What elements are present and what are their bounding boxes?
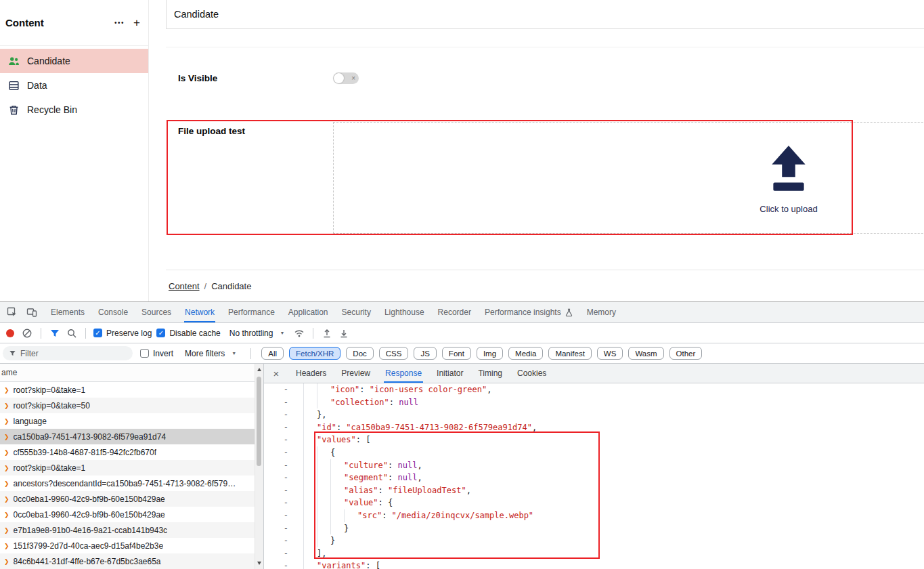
more-options-icon[interactable]: ••• [114,19,125,26]
scrollbar-thumb[interactable] [257,377,261,466]
file-upload-dropzone[interactable]: Click to upload [333,122,924,234]
request-row[interactable]: ❯language [0,413,255,429]
indent-guide [317,396,330,409]
line-marker: - [264,522,295,535]
detail-tab-timing[interactable]: Timing [470,364,510,383]
line-marker: - [264,396,295,409]
detail-tab-response[interactable]: Response [378,364,429,383]
devtools-tab-console[interactable]: Console [91,302,135,322]
scrollbar[interactable] [255,364,263,569]
device-toolbar-icon[interactable] [23,304,41,320]
filter-input[interactable]: Filter [3,346,133,360]
indent-guide [317,497,330,509]
devtools-tab-lighthouse[interactable]: Lighthouse [378,302,431,322]
detail-tab-cookies[interactable]: Cookies [510,364,554,383]
filter-chip-css[interactable]: CSS [379,347,409,360]
request-row[interactable]: ❯ancestors?descendantId=ca150ba9-7451-47… [0,476,255,491]
request-row[interactable]: ❯e7b1a9e8-91b0-4e16-9a21-ccab141b943c [0,522,255,538]
devtools-left-icons [0,302,44,322]
devtools-tab-security[interactable]: Security [335,302,378,322]
sidebar-item-recycle-bin[interactable]: Recycle Bin [0,98,148,122]
detail-tab-initiator[interactable]: Initiator [429,364,470,383]
request-name: language [14,417,47,426]
throttling-select[interactable]: No throttling ▼ [229,329,285,338]
record-icon[interactable] [6,329,14,337]
detail-tab-preview[interactable]: Preview [334,364,378,383]
request-name: root?skip=0&take=50 [14,401,90,410]
filter-chip-js[interactable]: JS [414,347,436,360]
request-name: e7b1a9e8-91b0-4e16-9a21-ccab141b943c [14,526,168,535]
flask-icon [565,308,573,317]
devtools-tab-performance-insights[interactable]: Performance insights [478,302,580,322]
request-row[interactable]: ❯root?skip=0&take=1 [0,382,255,398]
disable-cache-checkbox[interactable]: ✓ Disable cache [156,329,220,338]
filter-chip-ws[interactable]: WS [597,347,623,360]
scrollbar-down-arrow[interactable] [255,559,263,568]
upload-arrow-icon [770,146,807,194]
add-icon[interactable]: + [133,16,140,30]
response-line: -"segment": null, [264,471,924,484]
indent-guide [303,484,317,497]
indent-guide [317,484,330,497]
filter-chip-wasm[interactable]: Wasm [628,347,663,360]
scrollbar-up-arrow[interactable] [255,365,263,374]
filter-icon[interactable] [49,327,61,339]
network-conditions-icon[interactable] [293,327,305,339]
devtools-tab-sources[interactable]: Sources [135,302,178,322]
request-row[interactable]: ❯151f3799-2d7d-40ca-aec9-d15af4be2b3e [0,538,255,553]
request-row[interactable]: ❯0cc0eba1-9960-42c9-bf9b-60e150b429ae [0,491,255,507]
request-type-icon: ❯ [4,543,9,549]
is-visible-toggle[interactable]: × [333,72,359,84]
line-marker: - [264,421,295,434]
request-row[interactable]: ❯root?skip=0&take=50 [0,398,255,413]
indent-guide [317,522,330,535]
more-filters-button[interactable]: More filters ▼ [185,349,236,358]
devtools-tab-label: Sources [141,308,171,317]
network-filter-bar: Filter Invert More filters ▼ AllFetch/XH… [0,343,924,364]
name-column-header[interactable]: ame [0,364,263,382]
filterbar-divider [250,348,251,359]
request-row[interactable]: ❯ca150ba9-7451-4713-9082-6f579ea91d74 [0,429,255,444]
close-icon[interactable]: × [264,364,288,383]
clear-icon[interactable] [21,327,33,339]
filter-chip-all[interactable]: All [261,347,284,360]
breadcrumb-link-content[interactable]: Content [169,281,200,291]
invert-checkbox[interactable]: Invert [140,349,173,358]
devtools-tab-label: Network [185,308,215,317]
inspect-icon[interactable] [3,304,21,320]
filter-chip-img[interactable]: Img [477,347,503,360]
indent-guide [330,484,344,497]
request-name: root?skip=0&take=1 [14,385,86,395]
export-har-icon[interactable] [338,327,350,339]
devtools-tab-performance[interactable]: Performance [221,302,282,322]
devtools-tab-memory[interactable]: Memory [580,302,623,322]
filter-chip-fetch-xhr[interactable]: Fetch/XHR [289,347,340,360]
preserve-log-checkbox[interactable]: ✓ Preserve log [93,329,152,338]
response-line: -"culture": null, [264,459,924,472]
detail-tab-headers[interactable]: Headers [288,364,334,383]
request-row[interactable]: ❯cf555b39-14b8-4687-81f5-942fc2fb670f [0,444,255,460]
sidebar-item-candidate[interactable]: Candidate [0,49,148,73]
devtools-tab-elements[interactable]: Elements [44,302,91,322]
devtools-tab-label: Console [98,308,128,317]
request-type-icon: ❯ [4,434,9,440]
request-row[interactable]: ❯root?skip=0&take=1 [0,460,255,476]
request-row[interactable]: ❯84c6b441-31df-4ffe-b67e-67d5bc3ae65a [0,553,255,569]
request-name: ca150ba9-7451-4713-9082-6f579ea91d74 [14,432,167,442]
filter-chip-media[interactable]: Media [508,347,543,360]
request-row[interactable]: ❯0cc0eba1-9960-42c9-bf9b-60e150b429ae [0,507,255,522]
devtools-tab-recorder[interactable]: Recorder [431,302,478,322]
document-name-input[interactable]: Candidate [166,0,924,29]
is-visible-label: Is Visible [178,73,217,83]
filter-chip-doc[interactable]: Doc [346,347,373,360]
sidebar-item-data[interactable]: Data [0,73,148,98]
search-icon[interactable] [66,327,78,339]
indent-guide [330,497,344,509]
import-har-icon[interactable] [321,327,333,339]
filter-chip-font[interactable]: Font [442,347,471,360]
devtools-tab-application[interactable]: Application [282,302,335,322]
filter-chip-manifest[interactable]: Manifest [548,347,591,360]
filter-chip-other[interactable]: Other [669,347,703,360]
devtools-tab-network[interactable]: Network [178,302,221,322]
request-type-icon: ❯ [4,402,9,409]
